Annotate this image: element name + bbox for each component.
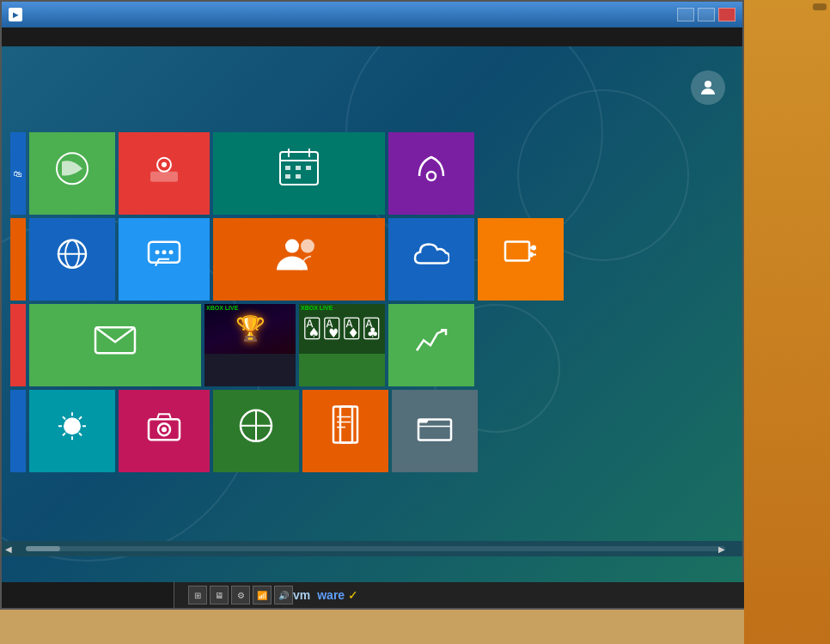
people-icon — [275, 234, 323, 276]
vmware-symbol: ✓ — [348, 588, 358, 602]
tile-partial-video[interactable] — [10, 304, 26, 386]
skydrive-icon — [413, 240, 449, 273]
svg-rect-45 — [333, 406, 352, 442]
tiles-row-1: 🛍 — [10, 132, 734, 215]
svg-line-37 — [63, 433, 65, 435]
tile-ie[interactable] — [29, 218, 115, 301]
photos-icon — [145, 149, 183, 190]
tile-reader[interactable] — [302, 390, 388, 472]
tile-windows-explorer[interactable] — [392, 390, 478, 472]
user-avatar[interactable] — [691, 70, 725, 105]
scroll-track[interactable] — [26, 546, 725, 551]
bottom-status-bar: ⊞ 🖥 ⚙ 📶 🔊 vmware ✓ — [2, 582, 746, 608]
taskbar-icon-2[interactable]: 🖥 — [210, 586, 229, 605]
weather-icon — [53, 409, 91, 446]
title-bar-left: ▶ — [9, 8, 27, 21]
svg-rect-9 — [285, 166, 290, 170]
taskbar-icon-1[interactable]: ⊞ — [188, 586, 207, 605]
taskbar-icon-4[interactable]: 📶 — [253, 586, 272, 605]
tile-partial-desktop[interactable] — [10, 390, 26, 472]
minimize-button[interactable] — [677, 8, 694, 21]
tile-messaging[interactable] — [119, 218, 210, 301]
vmware-icon: ▶ — [9, 8, 22, 21]
svg-rect-4 — [150, 172, 178, 182]
tile-photos[interactable] — [119, 132, 210, 215]
tile-skydrive[interactable] — [388, 218, 474, 301]
messaging-icon — [145, 235, 183, 276]
scroll-left-btn[interactable]: ◀ — [5, 544, 12, 554]
vmware-logo: vm — [293, 588, 310, 602]
svg-point-27 — [531, 246, 536, 251]
tile-remote-desktop[interactable] — [478, 218, 564, 301]
svg-rect-46 — [340, 406, 357, 442]
tile-finance[interactable] — [388, 304, 474, 386]
xbox-live-badge-pinball: XBOX LIVE — [206, 305, 238, 311]
title-bar: ▶ — [2, 2, 742, 27]
taskbar-icon-3[interactable]: ⚙ — [231, 586, 250, 605]
tiles-area: 🛍 — [2, 132, 742, 582]
tiles-row-3: 🏆 XBOX LIVE 🂡🂱🃁🃑 XBOX LIVE — [10, 304, 734, 386]
reader-icon — [328, 404, 363, 448]
tile-camera[interactable] — [119, 390, 210, 472]
taskbar-icons: ⊞ 🖥 ⚙ 📶 🔊 — [188, 586, 293, 605]
finance-icon — [413, 323, 449, 360]
svg-point-23 — [301, 240, 314, 253]
svg-line-36 — [79, 433, 82, 435]
tile-partial-maps[interactable] — [10, 218, 26, 301]
svg-rect-24 — [505, 242, 529, 261]
svg-point-0 — [705, 81, 711, 88]
svg-point-22 — [285, 240, 299, 253]
user-info — [684, 70, 725, 105]
tile-weather[interactable] — [29, 390, 115, 472]
desktop-right — [744, 0, 830, 644]
svg-rect-10 — [296, 166, 301, 170]
weather-widget — [812, 9, 826, 22]
solitaire-image: 🂡🂱🃁🃑 — [299, 304, 385, 354]
tile-calendar[interactable] — [213, 132, 385, 215]
start-screen: 🛍 — [2, 46, 742, 582]
mail-icon — [93, 323, 137, 360]
scroll-thumb[interactable] — [26, 546, 60, 551]
tile-xbox-live-games[interactable] — [29, 132, 115, 215]
taskbar-icon-5[interactable]: 🔊 — [274, 586, 293, 605]
tile-music[interactable] — [388, 132, 474, 215]
svg-point-41 — [162, 427, 167, 432]
ie-icon — [53, 235, 91, 276]
tile-partial-store[interactable]: 🛍 — [10, 132, 26, 215]
svg-rect-12 — [285, 174, 290, 179]
tile-solitaire[interactable]: 🂡🂱🃁🃑 XBOX LIVE — [299, 304, 385, 386]
tile-xbox-companion[interactable] — [213, 390, 299, 472]
tile-mail[interactable] — [29, 304, 201, 386]
svg-point-19 — [156, 250, 160, 254]
remote-desktop-icon — [503, 240, 539, 273]
xbox-companion-icon — [237, 407, 275, 447]
calendar-icon — [277, 145, 321, 192]
scrollbar[interactable]: ◀ ▶ — [2, 541, 742, 556]
maximize-button[interactable] — [698, 8, 715, 21]
close-button[interactable] — [718, 8, 735, 21]
vmware-logo-2: ware — [317, 588, 345, 602]
svg-point-3 — [162, 162, 167, 167]
camera-icon — [145, 409, 183, 446]
svg-point-28 — [528, 252, 534, 258]
xbox-live-badge-solitaire: XBOX LIVE — [301, 305, 333, 311]
tiles-row-2 — [10, 218, 734, 301]
window-controls — [677, 8, 735, 21]
tiles-row-4 — [10, 390, 734, 472]
svg-point-21 — [169, 250, 174, 254]
svg-line-38 — [79, 416, 82, 419]
svg-rect-13 — [296, 174, 301, 179]
tile-pinball[interactable]: 🏆 XBOX LIVE — [204, 304, 296, 386]
svg-line-35 — [63, 416, 65, 419]
status-cd-area: ⊞ 🖥 ⚙ 📶 🔊 vmware ✓ — [174, 582, 746, 608]
scroll-right-btn[interactable]: ▶ — [718, 544, 725, 554]
pinball-image: 🏆 — [204, 304, 296, 354]
vmware-window: ▶ — [0, 0, 744, 610]
svg-point-30 — [64, 417, 81, 434]
music-icon — [413, 150, 449, 189]
svg-point-14 — [427, 172, 436, 180]
xbox-icon — [55, 151, 89, 188]
svg-point-20 — [162, 250, 167, 254]
tile-people[interactable] — [213, 218, 385, 301]
windows-explorer-icon — [417, 411, 453, 445]
